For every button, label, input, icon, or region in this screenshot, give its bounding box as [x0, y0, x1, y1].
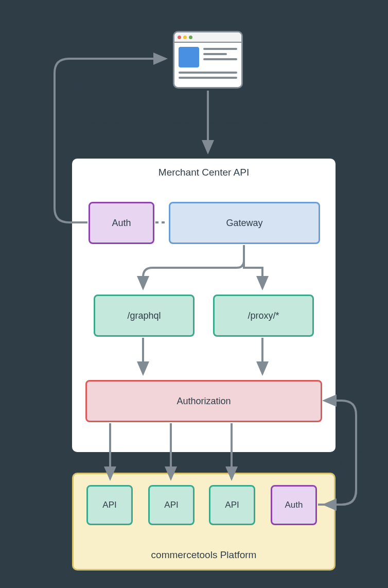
- api-box-2: API: [148, 485, 195, 525]
- graphql-box: /graphql: [94, 295, 195, 337]
- proxy-box: /proxy/*: [213, 295, 314, 337]
- api-box-1: API: [86, 485, 133, 525]
- gateway-box: Gateway: [169, 202, 320, 244]
- close-icon: [178, 36, 181, 39]
- api-box-3: API: [209, 485, 255, 525]
- auth-box: Auth: [89, 202, 154, 244]
- browser-window: [173, 31, 243, 89]
- browser-titlebar: [174, 32, 241, 43]
- api-url-label: https://mc-api.<cloud-region>.commerceto…: [90, 119, 273, 129]
- authorization-box: Authorization: [85, 380, 322, 422]
- browser-thumbnail: [179, 47, 199, 67]
- platform-auth-box: Auth: [271, 485, 317, 525]
- commercetools-platform-title: commercetools Platform: [74, 549, 334, 561]
- user-session-label: User session mcAccessToken: [36, 83, 96, 102]
- access-token-label: access token: [340, 449, 365, 468]
- maximize-icon: [189, 36, 192, 39]
- merchant-center-api-title: Merchant Center API: [72, 167, 336, 178]
- minimize-icon: [183, 36, 187, 39]
